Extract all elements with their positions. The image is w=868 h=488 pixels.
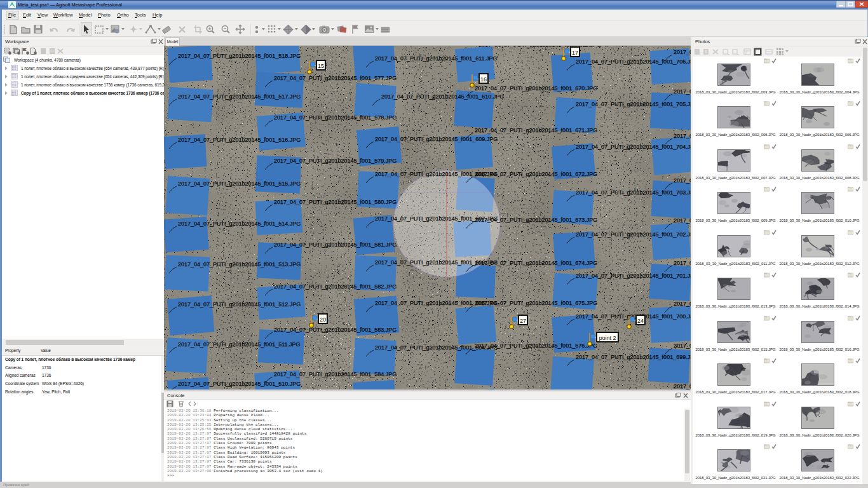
svg-text:2017_04_07_PUTI_g201b20145_f00: 2017_04_07_PUTI_g201b20145_f001_670.JPG [475, 85, 597, 92]
svg-text:2017_04_07_PUTI_g201b20145_f00: 2017_04_07_PUTI_g201b20145_f001_698.JPG [674, 260, 691, 266]
svg-text:2017_04_07_PUTI_g201b20145_f00: 2017_04_07_PUTI_g201b20145_f001_582.JPG [274, 283, 397, 290]
svg-text:2017_04_07_PUTI_g201b20145_f00: 2017_04_07_PUTI_g201b20145_f001_698.JPG [674, 177, 691, 184]
svg-text:point 2: point 2 [599, 335, 616, 341]
svg-text:2017_04_07_PUTI_g201b20145_f00: 2017_04_07_PUTI_g201b20145_f001_518.JPG [178, 53, 301, 59]
svg-text:2017_04_07_PUTI_g201b20145_f00: 2017_04_07_PUTI_g201b20145_f001_511.JPG [178, 341, 301, 348]
svg-text:2017_04_07_PUTI_g201b20145_f00: 2017_04_07_PUTI_g201b20145_f001_699.JPG [576, 354, 691, 360]
svg-text:2017_04_07_PUTI_g201b20145_f00: 2017_04_07_PUTI_g201b20145_f001_671.JPG [475, 127, 597, 133]
svg-text:17: 17 [572, 50, 578, 56]
svg-text:2017_04_07_PUTI_g201b20145_f00: 2017_04_07_PUTI_g201b20145_f001_581.JPG [274, 241, 397, 248]
svg-text:2017_04_07_PUTI_g201b20145_f00: 2017_04_07_PUTI_g201b20145_f001_609.JPG [375, 136, 498, 142]
svg-text:2017_04_07_PUTI_g201b20145_f00: 2017_04_07_PUTI_g201b20145_f001_704.JPG [576, 144, 691, 150]
svg-text:2017_04_07_PUTI_g201b20145_f00: 2017_04_07_PUTI_g201b20145_f001_674.JPG [475, 260, 597, 266]
svg-text:16: 16 [480, 76, 487, 83]
svg-text:2017_04_07_PUTI_g201b20145_f00: 2017_04_07_PUTI_g201b20145_f001_676.JPG [475, 342, 597, 349]
svg-text:2017_04_07_PUTI_g201b20145_f00: 2017_04_07_PUTI_g201b20145_f001_706.JPG [576, 58, 691, 65]
svg-text:2017_04_07_PUTI_g201b20145_f00: 2017_04_07_PUTI_g201b20145_f001_580.JPG [274, 199, 397, 205]
svg-text:2017_04_07_PUTI_g201b20145_f00: 2017_04_07_PUTI_g201b20145_f001_698.JPG [674, 342, 691, 349]
svg-text:2017_04_07_PUTI_g201b20145_f00: 2017_04_07_PUTI_g201b20145_f001_578.JPG [274, 114, 397, 121]
svg-text:2017_04_07_PUTI_g201b20145_f00: 2017_04_07_PUTI_g201b20145_f001_698.JPG [674, 88, 691, 95]
svg-text:2017_04_07_PUTI_g201b20145_f00: 2017_04_07_PUTI_g201b20145_f001_675.JPG [475, 300, 597, 306]
svg-text:2017_04_07_PUTI_g201b20145_f00: 2017_04_07_PUTI_g201b20145_f001_517.JPG [178, 93, 301, 100]
svg-text:2017_04_07_PUTI_g201b20145_f00: 2017_04_07_PUTI_g201b20145_f001_611.JPG [375, 55, 498, 62]
svg-text:2017_04_07_PUTI_g201b20145_f00: 2017_04_07_PUTI_g201b20145_f001_698.JPG [674, 133, 691, 139]
svg-text:2017_04_07_PUTI_g201b20145_f00: 2017_04_07_PUTI_g201b20145_f001_705.JPG [576, 101, 691, 107]
svg-text:2017_04_07_PUTI_g201b20145_f00: 2017_04_07_PUTI_g201b20145_f001_698.JPG [674, 217, 691, 224]
svg-text:24: 24 [637, 318, 644, 324]
svg-text:2017_04_07_PUTI_g201b20145_f00: 2017_04_07_PUTI_g201b20145_f001_583.JPG [274, 327, 397, 333]
svg-text:2017_04_07_PUTI_g201b20145_f00: 2017_04_07_PUTI_g201b20145_f001_701.JPG [576, 273, 691, 279]
svg-text:2017_04_07_PUTI_g201b20145_f00: 2017_04_07_PUTI_g201b20145_f001_514.JPG [178, 220, 301, 227]
svg-text:2017_04_07_PUTI_g201b20145_f00: 2017_04_07_PUTI_g201b20145_f001_698.JPG [674, 49, 691, 55]
svg-text:20: 20 [320, 316, 326, 323]
svg-text:2017_04_07_PUTI_g201b20145_f00: 2017_04_07_PUTI_g201b20145_f001_584.JPG [274, 371, 397, 377]
svg-text:2017_04_07_PUTI_g201b20145_f00: 2017_04_07_PUTI_g201b20145_f001_515.JPG [178, 180, 301, 187]
svg-text:15: 15 [318, 63, 324, 69]
svg-text:2017_04_07_PUTI_g201b20145_f00: 2017_04_07_PUTI_g201b20145_f001_702.JPG [576, 231, 691, 238]
svg-text:27: 27 [520, 318, 526, 324]
svg-text:2017_04_07_PUTI_g201b20145_f00: 2017_04_07_PUTI_g201b20145_f001_673.JPG [475, 217, 597, 223]
svg-text:2017_04_07_PUTI_g201b20145_f00: 2017_04_07_PUTI_g201b20145_f001_577.JPG [274, 75, 397, 81]
svg-text:2017_04_07_PUTI_g201b20145_f00: 2017_04_07_PUTI_g201b20145_f001_610.JPG [381, 93, 504, 100]
svg-text:2017_04_07_PUTI_g201b20145_f00: 2017_04_07_PUTI_g201b20145_f001_512.JPG [178, 301, 301, 308]
svg-text:2017_04_07_PUTI_g201b20145_f00: 2017_04_07_PUTI_g201b20145_f001_672.JPG [475, 171, 597, 177]
svg-text:2017_04_07_PUTI_g201b20145_f00: 2017_04_07_PUTI_g201b20145_f001_612.JPG [478, 46, 601, 48]
svg-text:2017_04_07_PUTI_g201b20145_f00: 2017_04_07_PUTI_g201b20145_f001_698.JPG [674, 383, 691, 390]
svg-text:2017_04_07_PUTI_g201b20145_f00: 2017_04_07_PUTI_g201b20145_f001_703.JPG [576, 189, 691, 196]
svg-text:2017_04_07_PUTI_g201b20145_f00: 2017_04_07_PUTI_g201b20145_f001_579.JPG [274, 158, 397, 164]
svg-text:2017_04_07_PUTI_g201b20145_f00: 2017_04_07_PUTI_g201b20145_f001_698.JPG [674, 301, 691, 307]
svg-text:2017_04_07_PUTI_g201b20145_f00: 2017_04_07_PUTI_g201b20145_f001_513.JPG [178, 261, 301, 268]
svg-text:2017_04_07_PUTI_g201b20145_f00: 2017_04_07_PUTI_g201b20145_f001_516.JPG [178, 137, 301, 143]
svg-text:2017_04_07_PUTI_g201b20145_f00: 2017_04_07_PUTI_g201b20145_f001_510.JPG [178, 381, 301, 387]
